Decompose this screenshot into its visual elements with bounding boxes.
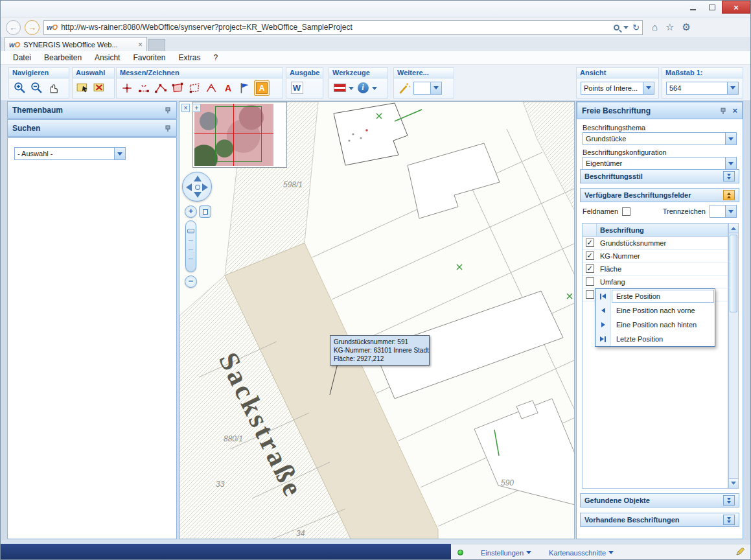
export-word-button[interactable]: W bbox=[289, 80, 305, 96]
tab-close-icon[interactable]: × bbox=[138, 40, 143, 49]
measure-area-button[interactable] bbox=[170, 80, 185, 96]
favorites-icon[interactable]: ☆ bbox=[665, 21, 674, 33]
pan-button[interactable] bbox=[45, 80, 61, 96]
annotation-text-button[interactable]: A bbox=[220, 80, 236, 96]
pan-west-icon[interactable] bbox=[186, 183, 192, 191]
weitere-select[interactable] bbox=[413, 82, 442, 95]
measure-path-button[interactable] bbox=[153, 80, 168, 96]
row-checkbox[interactable] bbox=[586, 277, 594, 286]
free-labeling-header[interactable]: Freie Beschriftung × bbox=[577, 102, 743, 119]
overview-close-icon[interactable]: × bbox=[181, 104, 190, 112]
thema-select[interactable]: Grundstücke bbox=[583, 132, 737, 145]
zoom-slider[interactable] bbox=[185, 220, 196, 272]
context-menu-item-erste[interactable]: Erste Position bbox=[595, 289, 715, 303]
table-row[interactable]: Umfang bbox=[583, 275, 728, 288]
context-menu-item-letzte[interactable]: Letzte Position bbox=[595, 332, 715, 346]
info-tool-dropdown-icon[interactable] bbox=[372, 87, 377, 93]
search-icon[interactable] bbox=[614, 25, 619, 30]
scale-select-caret-icon[interactable] bbox=[727, 82, 738, 94]
context-menu-item-hinten[interactable]: Eine Position nach hinten bbox=[595, 318, 715, 332]
panel-close-icon[interactable]: × bbox=[732, 106, 737, 115]
zoom-in-map-button[interactable]: + bbox=[185, 205, 197, 218]
scrollbar-thumb[interactable] bbox=[730, 235, 737, 312]
section-vorhandene-beschriftungen[interactable]: Vorhandene Beschriftungen bbox=[580, 513, 739, 527]
menu-bearbeiten[interactable]: Bearbeiten bbox=[38, 52, 87, 64]
settings-icon[interactable]: ⚙ bbox=[682, 21, 691, 33]
flag-marker-button[interactable] bbox=[237, 80, 253, 96]
pan-east-icon[interactable] bbox=[202, 183, 208, 191]
measure-angle-button[interactable] bbox=[203, 80, 219, 96]
row-checkbox[interactable]: ✓ bbox=[586, 251, 594, 260]
close-window-button[interactable]: × bbox=[722, 1, 750, 14]
zoom-slider-handle[interactable] bbox=[187, 229, 194, 233]
measure-coordinate-button[interactable] bbox=[119, 80, 135, 96]
themenbaum-panel-header[interactable]: Themenbaum bbox=[7, 101, 177, 119]
trennzeichen-select[interactable] bbox=[710, 205, 737, 218]
url-text[interactable]: http://w-ws-rainer:8080/WebOffice/synser… bbox=[61, 23, 610, 32]
section-gefundene-objekte[interactable]: Gefundene Objekte bbox=[580, 493, 739, 508]
expand-gefundene-icon[interactable] bbox=[723, 495, 735, 506]
minimize-button[interactable] bbox=[683, 1, 702, 14]
refresh-icon[interactable]: ↻ bbox=[632, 23, 640, 32]
edit-pencil-icon[interactable] bbox=[735, 546, 745, 559]
maximize-button[interactable] bbox=[702, 1, 722, 14]
pan-center-icon[interactable] bbox=[195, 185, 200, 190]
trennzeichen-caret-icon[interactable] bbox=[725, 205, 736, 217]
full-extent-button[interactable] bbox=[199, 205, 211, 218]
overview-map[interactable] bbox=[192, 102, 287, 168]
section-beschriftungsfelder[interactable]: Verfügbare Beschriftungsfelder bbox=[580, 188, 739, 202]
measure-distance-button[interactable] bbox=[136, 80, 152, 96]
row-checkbox[interactable]: ✓ bbox=[586, 264, 594, 273]
overview-anchor-icon[interactable]: + bbox=[192, 104, 201, 112]
map-viewport[interactable]: 598/1 880/1 33 34 590 Sackstraße × + bbox=[179, 101, 575, 539]
country-tool-button[interactable] bbox=[332, 80, 347, 96]
konfig-select-caret-icon[interactable] bbox=[725, 158, 736, 169]
einstellungen-menu[interactable]: Einstellungen bbox=[481, 548, 531, 557]
clear-selection-button[interactable] bbox=[92, 80, 108, 96]
suchen-panel-header[interactable]: Suchen bbox=[7, 119, 177, 137]
thema-select-caret-icon[interactable] bbox=[725, 133, 736, 145]
weitere-select-caret-icon[interactable] bbox=[430, 82, 441, 94]
collapse-felder-icon[interactable] bbox=[723, 190, 735, 200]
table-row[interactable]: ✓ KG-Nummer bbox=[583, 250, 728, 262]
zoom-out-button[interactable] bbox=[29, 80, 44, 96]
back-button[interactable]: ← bbox=[6, 20, 21, 35]
forward-button[interactable]: → bbox=[25, 20, 40, 35]
country-tool-dropdown-icon[interactable] bbox=[349, 87, 354, 93]
info-tool-button[interactable]: i bbox=[355, 80, 371, 96]
section-beschriftungsstil[interactable]: Beschriftungsstil bbox=[580, 169, 739, 183]
search-theme-caret-icon[interactable] bbox=[114, 148, 125, 159]
list-scrollbar[interactable] bbox=[728, 223, 739, 489]
scroll-down-icon[interactable] bbox=[729, 478, 738, 488]
search-theme-select[interactable]: - Auswahl - bbox=[14, 147, 126, 160]
table-row[interactable]: ✓ Grundstücksnummer bbox=[583, 237, 728, 250]
pan-north-icon[interactable] bbox=[194, 176, 202, 181]
home-icon[interactable]: ⌂ bbox=[652, 21, 658, 33]
select-on-map-button[interactable] bbox=[75, 80, 91, 96]
tab-weboffice[interactable]: wO SYNERGIS WebOffice Web... × bbox=[5, 37, 147, 51]
konfig-select[interactable]: Eigentümer bbox=[583, 157, 737, 170]
pin-icon[interactable] bbox=[164, 124, 172, 132]
measure-perimeter-button[interactable] bbox=[187, 80, 202, 96]
pin-icon[interactable] bbox=[164, 106, 172, 114]
menu-favoriten[interactable]: Favoriten bbox=[127, 52, 171, 64]
row-checkbox[interactable]: ✓ bbox=[586, 239, 594, 247]
kartenausschnitte-menu[interactable]: Kartenausschnitte bbox=[549, 548, 614, 557]
table-row[interactable]: ✓ Fläche bbox=[583, 262, 728, 275]
wand-tool-button[interactable] bbox=[397, 80, 412, 96]
menu-ansicht[interactable]: Ansicht bbox=[89, 52, 126, 64]
address-field[interactable]: wO http://w-ws-rainer:8080/WebOffice/syn… bbox=[43, 20, 643, 35]
free-label-button[interactable]: A bbox=[254, 80, 270, 96]
zoom-out-map-button[interactable]: − bbox=[185, 275, 197, 288]
zoom-in-button[interactable] bbox=[12, 80, 27, 96]
new-tab-button[interactable] bbox=[148, 39, 165, 51]
scroll-up-icon[interactable] bbox=[729, 224, 738, 233]
context-menu-item-vorne[interactable]: Eine Position nach vorne bbox=[595, 303, 715, 318]
menu-hilfe[interactable]: ? bbox=[207, 52, 224, 64]
view-select-caret-icon[interactable] bbox=[643, 82, 654, 94]
scale-select[interactable]: 564 bbox=[666, 82, 739, 95]
expand-vorhandene-icon[interactable] bbox=[723, 515, 735, 525]
menu-extras[interactable]: Extras bbox=[172, 52, 206, 64]
address-dropdown-icon[interactable] bbox=[623, 26, 629, 32]
feldnamen-checkbox[interactable] bbox=[622, 207, 630, 216]
